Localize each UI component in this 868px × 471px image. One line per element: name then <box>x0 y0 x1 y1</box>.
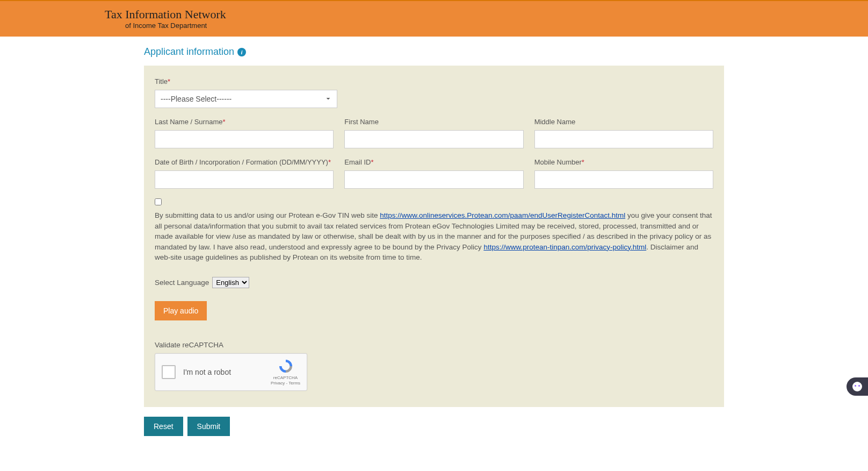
language-select[interactable]: English <box>212 277 249 288</box>
firstname-label: First Name <box>344 118 523 126</box>
section-title-text: Applicant information <box>144 46 234 58</box>
chat-face-icon <box>852 382 862 391</box>
consent-link-2[interactable]: https://www.protean-tinpan.com/privacy-p… <box>483 243 646 251</box>
brand-block: Tax Information Network of Income Tax De… <box>105 8 226 30</box>
consent-block: By submitting data to us and/or using ou… <box>155 198 713 263</box>
captcha-label: Validate reCAPTCHA <box>155 341 713 349</box>
middlename-label: Middle Name <box>534 118 713 126</box>
mobile-input[interactable] <box>534 170 713 189</box>
button-row: Reset Submit <box>144 417 724 436</box>
recaptcha-checkbox[interactable] <box>162 365 176 379</box>
email-label: Email ID* <box>344 158 523 166</box>
dob-input[interactable] <box>155 170 334 189</box>
form-panel: Title* ----Please Select------ Last Name… <box>144 66 724 407</box>
recaptcha-brand: reCAPTCHA Privacy - Terms <box>271 358 300 386</box>
dob-label: Date of Birth / Incorporation / Formatio… <box>155 158 334 166</box>
consent-checkbox[interactable] <box>155 198 162 205</box>
recaptcha-widget: I'm not a robot reCAPTCHA Privacy - Term… <box>155 353 307 391</box>
lastname-input[interactable] <box>155 130 334 148</box>
consent-text: By submitting data to us and/or using ou… <box>155 210 713 263</box>
title-select[interactable]: ----Please Select------ <box>155 90 337 108</box>
recaptcha-text: I'm not a robot <box>183 368 271 376</box>
firstname-input[interactable] <box>344 130 523 148</box>
info-icon[interactable]: i <box>237 48 246 56</box>
chat-widget-button[interactable] <box>847 377 868 396</box>
email-input[interactable] <box>344 170 523 189</box>
language-label: Select Language <box>155 279 209 287</box>
mobile-label: Mobile Number* <box>534 158 713 166</box>
language-row: Select Language English <box>155 277 713 288</box>
section-heading: Applicant information i <box>144 46 724 58</box>
header-bar: Tax Information Network of Income Tax De… <box>0 0 868 37</box>
reset-button[interactable]: Reset <box>144 417 183 436</box>
submit-button[interactable]: Submit <box>187 417 230 436</box>
play-audio-button[interactable]: Play audio <box>155 301 207 320</box>
brand-title: Tax Information Network <box>105 8 226 21</box>
recaptcha-icon <box>278 358 294 374</box>
middlename-input[interactable] <box>534 130 713 148</box>
consent-link-1[interactable]: https://www.onlineservices.Protean.com/p… <box>380 211 625 219</box>
lastname-label: Last Name / Surname* <box>155 118 334 126</box>
title-label: Title* <box>155 77 337 85</box>
brand-subtitle: of Income Tax Department <box>105 22 226 30</box>
